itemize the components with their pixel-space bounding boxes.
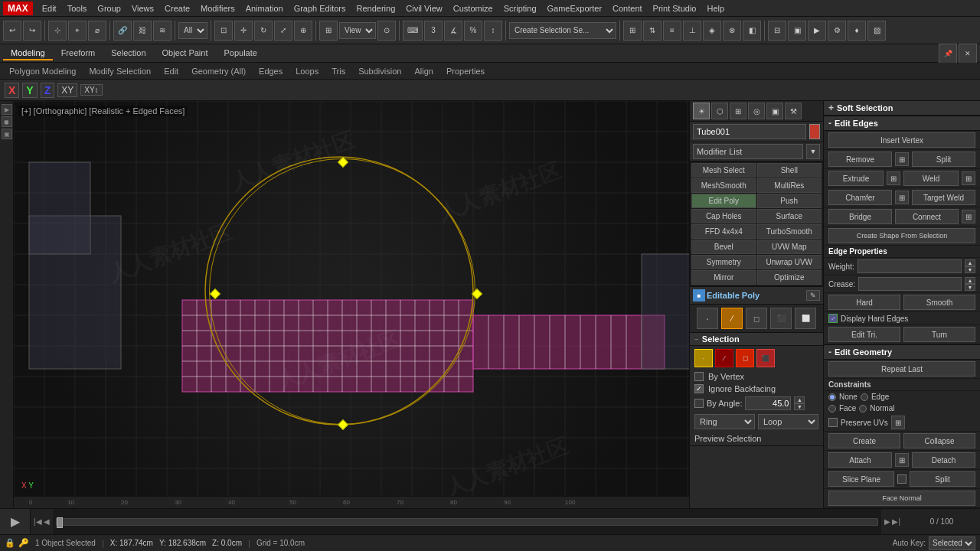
crease-spin-down[interactable]: ▼	[965, 284, 975, 291]
undo-btn[interactable]: ↩	[3, 21, 21, 41]
constraint-edge-radio[interactable]	[861, 393, 868, 401]
subobj-element-btn[interactable]: ⬜	[795, 308, 816, 329]
axis-x-btn[interactable]: X	[5, 83, 19, 98]
left-btn-1[interactable]: ▶	[2, 104, 12, 115]
tab-selection[interactable]: Selection	[103, 47, 153, 60]
mod-mirror[interactable]: Mirror	[691, 270, 756, 285]
by-vertex-checkbox[interactable]	[694, 372, 704, 381]
panel-icon-hierarchy[interactable]: ⊞	[730, 103, 746, 119]
pin-btn[interactable]: 📌	[939, 44, 957, 64]
menu-create[interactable]: Create	[160, 2, 194, 15]
display-hard-edges-checkbox[interactable]: ✓	[828, 314, 838, 323]
lock-icon[interactable]: 🔒	[5, 538, 15, 548]
ignore-backfacing-checkbox[interactable]: ✓	[694, 384, 704, 393]
angle-snap-btn[interactable]: ∡	[444, 21, 462, 41]
edit-subdivision[interactable]: Subdivision	[352, 66, 407, 77]
subobj-edge-btn[interactable]: ⁄	[721, 308, 743, 329]
object-color-swatch[interactable]	[809, 124, 820, 139]
link-btn[interactable]: 🔗	[113, 21, 132, 41]
axis-xy-btn[interactable]: XY	[57, 83, 77, 97]
material-editor-btn[interactable]: ♦	[848, 21, 866, 41]
turn-btn[interactable]: Turn	[903, 327, 975, 342]
sel-icon-border[interactable]: ◻	[736, 349, 754, 367]
menu-civil-view[interactable]: Civil View	[401, 2, 446, 15]
subobj-border-btn[interactable]: ◻	[746, 308, 767, 329]
panel-icon-utility[interactable]: ⚒	[785, 103, 802, 119]
sel-icon-vertex[interactable]: ·	[694, 349, 713, 367]
soft-selection-header[interactable]: + Soft Selection	[824, 101, 980, 116]
mod-surface[interactable]: Surface	[757, 209, 822, 223]
preserve-uvs-settings-btn[interactable]: ⊞	[891, 416, 905, 429]
insert-vertex-btn[interactable]: Insert Vertex	[828, 132, 975, 148]
edit-tri-btn[interactable]: Edit Tri.	[828, 327, 900, 342]
preserve-uvs-checkbox[interactable]	[828, 418, 838, 427]
attach-btn[interactable]: Attach	[828, 452, 892, 468]
menu-gameexporter[interactable]: GameExporter	[543, 2, 607, 15]
mod-shell[interactable]: Shell	[757, 163, 822, 178]
prev-key-btn[interactable]: ◀	[44, 517, 50, 526]
edit-loops[interactable]: Loops	[289, 66, 325, 77]
mod-symmetry[interactable]: Symmetry	[691, 255, 756, 269]
close-modeling-btn[interactable]: ✕	[959, 44, 977, 64]
mod-optimize[interactable]: Optimize	[757, 270, 822, 285]
modifier-list-dropdown[interactable]: ▼	[806, 144, 820, 159]
weight-input[interactable]	[858, 259, 962, 273]
mod-multires[interactable]: MultiRes	[757, 178, 822, 193]
chamfer-settings-btn[interactable]: ⊞	[895, 191, 909, 204]
hard-btn[interactable]: Hard	[828, 295, 900, 310]
autokey-dropdown[interactable]: Selected	[929, 536, 975, 550]
repeat-last-btn[interactable]: Repeat Last	[828, 361, 975, 377]
filter-dropdown[interactable]: All	[178, 22, 207, 39]
menu-tools[interactable]: Tools	[63, 2, 92, 15]
tab-object-paint[interactable]: Object Paint	[155, 47, 216, 60]
spinner-snap-btn[interactable]: ↕	[484, 21, 502, 41]
remove-settings-btn[interactable]: ⊞	[895, 152, 909, 166]
menu-print-studio[interactable]: Print Studio	[648, 2, 701, 15]
extrude-btn[interactable]: Extrude	[828, 171, 884, 186]
mod-push[interactable]: Push	[757, 194, 822, 208]
tab-populate[interactable]: Populate	[216, 47, 264, 60]
menu-help[interactable]: Help	[702, 2, 729, 15]
tab-freeform[interactable]: Freeform	[54, 47, 103, 60]
select-region-btn[interactable]: ⌖	[68, 21, 87, 41]
panel-icon-shape[interactable]: ⬡	[711, 103, 728, 119]
subobj-vertex-btn[interactable]: ·	[697, 308, 718, 329]
place-highlight-btn[interactable]: ◈	[703, 21, 721, 41]
isolate-select-btn[interactable]: ⊗	[723, 21, 741, 41]
panel-icon-display2[interactable]: ▣	[766, 103, 783, 119]
edit-edit[interactable]: Edit	[158, 66, 185, 77]
target-weld-btn[interactable]: Target Weld	[912, 190, 975, 205]
create-selection-dropdown[interactable]: Create Selection Se...	[509, 22, 616, 39]
left-btn-2[interactable]: ◼	[2, 116, 12, 127]
select-obj-btn[interactable]: ⊹	[48, 21, 67, 41]
timeline-track[interactable]	[56, 518, 879, 526]
weight-spin-up[interactable]: ▲	[965, 259, 975, 266]
create-shape-btn[interactable]: Create Shape From Selection	[828, 228, 975, 243]
menu-content[interactable]: Content	[608, 2, 647, 15]
menu-animation[interactable]: Animation	[241, 2, 288, 15]
connect-settings-btn[interactable]: ⊞	[962, 210, 975, 223]
left-btn-3[interactable]: ▣	[2, 129, 12, 139]
kbd-shortcut-btn[interactable]: ⌨	[403, 21, 423, 41]
ring-dropdown[interactable]: Ring	[694, 414, 755, 429]
render-setup-btn[interactable]: ⚙	[828, 21, 846, 41]
split-btn[interactable]: Split	[912, 152, 975, 167]
smooth-btn[interactable]: Smooth	[903, 295, 975, 310]
constraint-normal-radio[interactable]	[859, 405, 867, 412]
slice-split-btn[interactable]: Split	[910, 471, 975, 487]
hide-sel-btn[interactable]: ◧	[743, 21, 761, 41]
rendering-btn[interactable]: ▣	[788, 21, 806, 41]
selection-panel-header[interactable]: − Selection	[690, 333, 823, 346]
menu-customize[interactable]: Customize	[449, 2, 498, 15]
edit-edges-header[interactable]: - Edit Edges	[824, 116, 980, 131]
normal-align-btn[interactable]: ⊥	[683, 21, 701, 41]
create-btn[interactable]: Create	[828, 433, 900, 448]
bridge-btn[interactable]: Bridge	[828, 209, 892, 224]
menu-group[interactable]: Group	[93, 2, 126, 15]
crease-spin-up[interactable]: ▲	[965, 277, 975, 284]
edit-geometry-header[interactable]: - Edit Geometry	[824, 345, 980, 360]
extrude-settings-btn[interactable]: ⊞	[887, 171, 900, 185]
object-name-input[interactable]	[693, 124, 806, 139]
bind-space-warp-btn[interactable]: ≋	[153, 21, 172, 41]
panel-icon-motion[interactable]: ◎	[748, 103, 765, 119]
